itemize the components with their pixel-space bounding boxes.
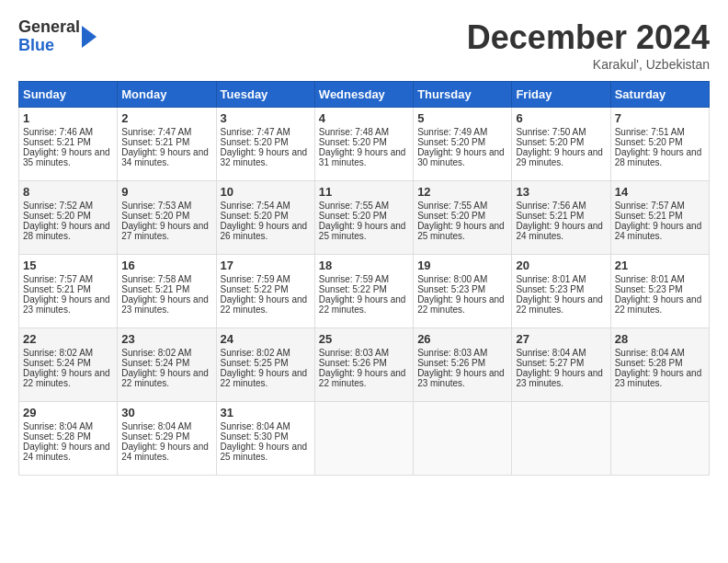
day-number: 13 (516, 185, 606, 199)
sunset-label: Sunset: 5:21 PM (615, 211, 683, 221)
calendar-cell (414, 402, 512, 476)
sunrise-label: Sunrise: 7:57 AM (615, 201, 685, 211)
sunrise-label: Sunrise: 8:02 AM (121, 348, 191, 358)
sunrise-label: Sunrise: 8:03 AM (319, 348, 389, 358)
weekday-header-tuesday: Tuesday (216, 82, 314, 108)
calendar-cell: 24Sunrise: 8:02 AMSunset: 5:25 PMDayligh… (216, 328, 314, 402)
sunrise-label: Sunrise: 8:04 AM (221, 421, 290, 431)
location-label: Karakul', Uzbekistan (467, 57, 710, 72)
sunrise-label: Sunrise: 7:48 AM (319, 127, 389, 137)
sunset-label: Sunset: 5:21 PM (23, 284, 91, 294)
daylight-label: Daylight: 9 hours and 22 minutes. (221, 368, 308, 388)
sunrise-label: Sunrise: 7:55 AM (417, 201, 487, 211)
sunrise-label: Sunrise: 8:02 AM (221, 348, 290, 358)
week-row-3: 15Sunrise: 7:57 AMSunset: 5:21 PMDayligh… (19, 255, 710, 328)
sunset-label: Sunset: 5:26 PM (417, 358, 485, 368)
sunrise-label: Sunrise: 7:50 AM (516, 127, 586, 137)
calendar-cell: 13Sunrise: 7:56 AMSunset: 5:21 PMDayligh… (512, 181, 610, 255)
daylight-label: Daylight: 9 hours and 22 minutes. (417, 294, 505, 315)
calendar-cell: 1Sunrise: 7:46 AMSunset: 5:21 PMDaylight… (19, 108, 118, 181)
daylight-label: Daylight: 9 hours and 30 minutes. (417, 147, 505, 167)
day-number: 12 (417, 185, 507, 199)
week-row-1: 1Sunrise: 7:46 AMSunset: 5:21 PMDaylight… (19, 108, 710, 181)
sunrise-label: Sunrise: 7:53 AM (121, 201, 191, 211)
daylight-label: Daylight: 9 hours and 23 minutes. (516, 368, 603, 388)
calendar-cell: 14Sunrise: 7:57 AMSunset: 5:21 PMDayligh… (610, 181, 709, 255)
daylight-label: Daylight: 9 hours and 31 minutes. (319, 147, 406, 167)
day-number: 11 (319, 185, 409, 199)
sunset-label: Sunset: 5:27 PM (516, 358, 584, 368)
logo-text-block: General Blue (18, 18, 97, 55)
calendar-cell: 26Sunrise: 8:03 AMSunset: 5:26 PMDayligh… (414, 328, 512, 402)
sunrise-label: Sunrise: 7:51 AM (615, 127, 685, 137)
sunset-label: Sunset: 5:26 PM (319, 358, 387, 368)
calendar-cell: 2Sunrise: 7:47 AMSunset: 5:21 PMDaylight… (118, 108, 216, 181)
day-number: 30 (121, 406, 211, 419)
logo-arrow-icon (82, 26, 97, 48)
daylight-label: Daylight: 9 hours and 29 minutes. (516, 147, 603, 167)
day-number: 24 (221, 332, 311, 346)
day-number: 31 (221, 406, 311, 419)
calendar-cell: 3Sunrise: 7:47 AMSunset: 5:20 PMDaylight… (216, 108, 314, 181)
daylight-label: Daylight: 9 hours and 22 minutes. (221, 294, 308, 315)
sunset-label: Sunset: 5:20 PM (121, 211, 189, 221)
sunset-label: Sunset: 5:20 PM (615, 137, 683, 147)
daylight-label: Daylight: 9 hours and 22 minutes. (615, 294, 702, 315)
sunset-label: Sunset: 5:23 PM (417, 284, 485, 294)
weekday-header-friday: Friday (512, 82, 610, 108)
day-number: 7 (615, 111, 705, 125)
sunrise-label: Sunrise: 8:03 AM (417, 348, 487, 358)
daylight-label: Daylight: 9 hours and 26 minutes. (221, 221, 308, 241)
day-number: 26 (417, 332, 507, 346)
calendar-cell: 16Sunrise: 7:58 AMSunset: 5:21 PMDayligh… (118, 255, 216, 328)
daylight-label: Daylight: 9 hours and 22 minutes. (23, 368, 110, 388)
day-number: 5 (417, 111, 507, 125)
daylight-label: Daylight: 9 hours and 35 minutes. (23, 147, 110, 167)
weekday-header-thursday: Thursday (414, 82, 512, 108)
day-number: 6 (516, 111, 606, 125)
sunset-label: Sunset: 5:20 PM (516, 137, 584, 147)
calendar-cell: 8Sunrise: 7:52 AMSunset: 5:20 PMDaylight… (19, 181, 118, 255)
weekday-header-row: SundayMondayTuesdayWednesdayThursdayFrid… (19, 82, 710, 108)
daylight-label: Daylight: 9 hours and 27 minutes. (121, 221, 209, 241)
page-header: General Blue December 2024 Karakul', Uzb… (18, 18, 710, 72)
calendar-cell: 27Sunrise: 8:04 AMSunset: 5:27 PMDayligh… (512, 328, 610, 402)
calendar-cell: 21Sunrise: 8:01 AMSunset: 5:23 PMDayligh… (610, 255, 709, 328)
sunset-label: Sunset: 5:23 PM (615, 284, 683, 294)
day-number: 29 (23, 406, 113, 419)
day-number: 27 (516, 332, 606, 346)
calendar-cell (512, 402, 610, 476)
day-number: 8 (23, 185, 113, 199)
sunset-label: Sunset: 5:24 PM (23, 358, 91, 368)
sunset-label: Sunset: 5:20 PM (221, 137, 289, 147)
day-number: 15 (23, 259, 113, 272)
day-number: 16 (121, 259, 211, 272)
sunset-label: Sunset: 5:21 PM (23, 137, 91, 147)
sunrise-label: Sunrise: 7:47 AM (121, 127, 191, 137)
weekday-header-monday: Monday (118, 82, 216, 108)
sunset-label: Sunset: 5:23 PM (516, 284, 584, 294)
sunrise-label: Sunrise: 8:04 AM (516, 348, 586, 358)
sunset-label: Sunset: 5:28 PM (23, 431, 91, 442)
calendar-cell: 29Sunrise: 8:04 AMSunset: 5:28 PMDayligh… (19, 402, 118, 476)
daylight-label: Daylight: 9 hours and 22 minutes. (516, 294, 603, 315)
daylight-label: Daylight: 9 hours and 24 minutes. (121, 442, 209, 462)
calendar-cell (610, 402, 709, 476)
day-number: 3 (221, 111, 311, 125)
daylight-label: Daylight: 9 hours and 23 minutes. (615, 368, 702, 388)
sunrise-label: Sunrise: 8:01 AM (516, 274, 586, 284)
sunrise-label: Sunrise: 7:49 AM (417, 127, 487, 137)
day-number: 1 (23, 111, 113, 125)
day-number: 17 (221, 259, 311, 272)
calendar-cell: 22Sunrise: 8:02 AMSunset: 5:24 PMDayligh… (19, 328, 118, 402)
sunset-label: Sunset: 5:25 PM (221, 358, 289, 368)
calendar-cell: 9Sunrise: 7:53 AMSunset: 5:20 PMDaylight… (118, 181, 216, 255)
sunset-label: Sunset: 5:22 PM (221, 284, 289, 294)
calendar-cell: 19Sunrise: 8:00 AMSunset: 5:23 PMDayligh… (414, 255, 512, 328)
calendar-cell: 15Sunrise: 7:57 AMSunset: 5:21 PMDayligh… (19, 255, 118, 328)
day-number: 20 (516, 259, 606, 272)
sunset-label: Sunset: 5:29 PM (121, 431, 189, 442)
calendar-cell: 25Sunrise: 8:03 AMSunset: 5:26 PMDayligh… (314, 328, 413, 402)
sunset-label: Sunset: 5:20 PM (221, 211, 289, 221)
day-number: 9 (121, 185, 211, 199)
